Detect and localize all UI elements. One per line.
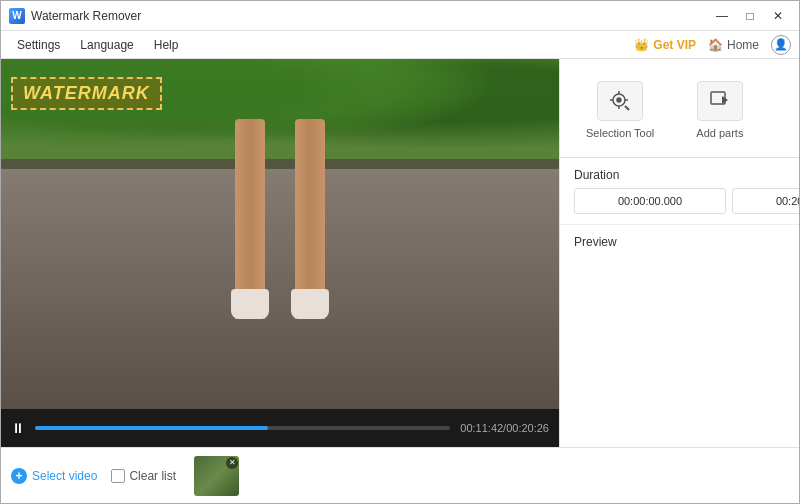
menu-right: 👑 Get VIP 🏠 Home 👤: [634, 35, 791, 55]
progress-bar[interactable]: [35, 426, 450, 430]
duration-end-input[interactable]: [732, 188, 799, 214]
menu-settings[interactable]: Settings: [9, 35, 68, 55]
user-icon[interactable]: 👤: [771, 35, 791, 55]
vip-label: Get VIP: [653, 38, 696, 52]
duration-fields: [574, 188, 799, 214]
thumbnail-close-button[interactable]: ✕: [226, 457, 238, 469]
window-controls: — □ ✕: [709, 5, 791, 27]
selection-tool-icon: [597, 81, 643, 121]
duration-start-input[interactable]: [574, 188, 726, 214]
tools-section: Selection Tool Add parts: [560, 59, 799, 158]
plus-icon: +: [11, 468, 27, 484]
main-content: WATERMARK ⏸ 00:11:42/00:20:26: [1, 59, 799, 447]
app-window: W Watermark Remover — □ ✕ Settings Langu…: [0, 0, 800, 504]
horse-leg-left: [235, 119, 265, 319]
minimize-button[interactable]: —: [709, 5, 735, 27]
add-parts-icon: [697, 81, 743, 121]
add-parts-button[interactable]: Add parts: [680, 73, 759, 147]
checkbox-icon: [111, 469, 125, 483]
close-button[interactable]: ✕: [765, 5, 791, 27]
horse-leg-right: [295, 119, 325, 319]
selection-tool-button[interactable]: Selection Tool: [570, 73, 670, 147]
menu-bar: Settings Language Help 👑 Get VIP 🏠 Home …: [1, 31, 799, 59]
home-button[interactable]: 🏠 Home: [708, 38, 759, 52]
crown-icon: 👑: [634, 38, 649, 52]
watermark-text: WATERMARK: [23, 83, 150, 103]
add-parts-label: Add parts: [696, 127, 743, 139]
video-controls: ⏸ 00:11:42/00:20:26: [1, 409, 559, 447]
time-display: 00:11:42/00:20:26: [460, 422, 549, 434]
select-video-button[interactable]: + Select video: [11, 468, 97, 484]
menu-left: Settings Language Help: [9, 35, 634, 55]
app-icon: W: [9, 8, 25, 24]
bottom-area: + Select video Clear list ✕: [1, 447, 799, 503]
horse-legs: [235, 119, 325, 319]
maximize-button[interactable]: □: [737, 5, 763, 27]
play-pause-button[interactable]: ⏸: [11, 420, 25, 436]
svg-point-5: [617, 98, 621, 102]
video-area: WATERMARK ⏸ 00:11:42/00:20:26: [1, 59, 559, 447]
preview-section: Preview: [560, 225, 799, 447]
menu-help[interactable]: Help: [146, 35, 187, 55]
clear-list-label: Clear list: [129, 469, 176, 483]
vip-button[interactable]: 👑 Get VIP: [634, 38, 696, 52]
watermark-overlay: WATERMARK: [11, 77, 162, 110]
home-icon: 🏠: [708, 38, 723, 52]
home-label: Home: [727, 38, 759, 52]
progress-bar-fill: [35, 426, 268, 430]
select-video-label: Select video: [32, 469, 97, 483]
title-bar: W Watermark Remover — □ ✕: [1, 1, 799, 31]
window-title: Watermark Remover: [31, 9, 709, 23]
right-panel: Selection Tool Add parts Duration: [559, 59, 799, 447]
video-background: [1, 59, 559, 409]
video-player: WATERMARK: [1, 59, 559, 409]
selection-tool-label: Selection Tool: [586, 127, 654, 139]
duration-section: Duration: [560, 158, 799, 225]
preview-label: Preview: [574, 235, 617, 249]
menu-language[interactable]: Language: [72, 35, 141, 55]
duration-title: Duration: [574, 168, 799, 182]
clear-list-button[interactable]: Clear list: [111, 469, 176, 483]
thumbnail-item: ✕: [194, 456, 239, 496]
